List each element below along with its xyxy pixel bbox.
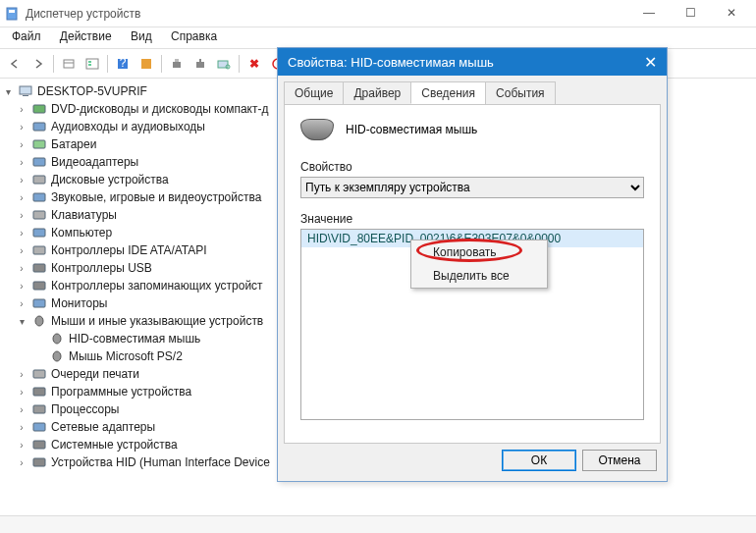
dialog-tabs: Общие Драйвер Сведения События [278, 76, 667, 104]
svg-rect-4 [86, 59, 98, 69]
svg-rect-1 [9, 10, 15, 13]
svg-rect-29 [33, 282, 45, 290]
svg-rect-25 [33, 211, 45, 219]
svg-rect-26 [33, 229, 45, 237]
dialog-titlebar: Свойства: HID-совместимая мышь ✕ [278, 48, 667, 76]
svg-rect-37 [33, 423, 45, 431]
svg-rect-21 [33, 140, 45, 148]
update-driver-button[interactable] [166, 53, 188, 75]
svg-rect-38 [33, 441, 45, 449]
device-category-icon [31, 120, 47, 133]
svg-rect-17 [20, 86, 31, 94]
status-bar [0, 515, 756, 533]
back-button[interactable] [4, 53, 26, 75]
svg-rect-18 [23, 95, 28, 96]
close-button[interactable]: ✕ [711, 0, 752, 27]
computer-icon [18, 84, 33, 98]
svg-rect-0 [7, 8, 17, 20]
dialog-close-button[interactable]: ✕ [644, 53, 657, 72]
svg-rect-30 [33, 299, 45, 307]
device-category-icon [31, 455, 47, 469]
svg-rect-5 [88, 61, 91, 63]
svg-rect-2 [64, 60, 74, 68]
context-copy[interactable]: Копировать [411, 240, 547, 264]
scan-button[interactable] [213, 53, 235, 75]
menu-bar: Файл Действие Вид Справка [0, 27, 756, 49]
dialog-title: Свойства: HID-совместимая мышь [288, 55, 644, 70]
properties-button[interactable] [81, 53, 103, 75]
svg-rect-36 [33, 405, 45, 413]
context-menu: Копировать Выделить все [410, 240, 548, 289]
svg-rect-13 [199, 59, 201, 62]
show-hidden-button[interactable] [58, 53, 80, 75]
svg-rect-35 [33, 388, 45, 396]
device-category-icon [31, 420, 47, 434]
menu-file[interactable]: Файл [4, 27, 49, 45]
svg-rect-23 [33, 176, 45, 184]
disable-button[interactable]: ✖ [243, 53, 265, 75]
svg-text:?: ? [120, 58, 127, 70]
device-category-icon [31, 279, 47, 293]
svg-rect-19 [33, 105, 45, 113]
svg-rect-39 [33, 458, 45, 466]
svg-rect-34 [33, 370, 45, 378]
svg-rect-10 [173, 62, 181, 68]
action-button[interactable] [135, 53, 157, 75]
device-category-icon [31, 261, 47, 275]
tab-driver[interactable]: Драйвер [343, 81, 411, 104]
svg-point-31 [35, 316, 43, 326]
help-button[interactable]: ? [112, 53, 134, 75]
svg-rect-22 [33, 158, 45, 166]
mouse-icon [300, 119, 334, 140]
mouse-icon [49, 349, 65, 363]
svg-rect-27 [33, 246, 45, 254]
svg-rect-20 [33, 123, 45, 131]
window-titlebar: Диспетчер устройств — ☐ ✕ [0, 0, 756, 27]
mouse-icon [31, 314, 47, 328]
device-category-icon [31, 226, 47, 240]
window-title: Диспетчер устройств [26, 7, 628, 21]
maximize-button[interactable]: ☐ [670, 0, 711, 27]
forward-button[interactable] [27, 53, 49, 75]
tab-details[interactable]: Сведения [410, 81, 486, 104]
tab-events[interactable]: События [485, 81, 556, 104]
device-category-icon [31, 173, 47, 187]
svg-rect-11 [175, 59, 179, 62]
svg-rect-28 [33, 264, 45, 272]
value-label: Значение [300, 212, 644, 226]
svg-point-32 [53, 334, 61, 344]
device-category-icon [31, 102, 47, 116]
svg-point-33 [53, 351, 61, 361]
cancel-button[interactable]: Отмена [582, 450, 657, 471]
device-category-icon [31, 137, 47, 151]
app-icon [4, 6, 20, 22]
device-category-icon [31, 438, 47, 452]
device-name: HID-совместимая мышь [346, 123, 477, 136]
tab-general[interactable]: Общие [284, 81, 344, 104]
svg-rect-9 [141, 59, 151, 69]
device-category-icon [31, 296, 47, 310]
device-category-icon [31, 385, 47, 399]
svg-rect-12 [196, 62, 204, 68]
device-category-icon [31, 367, 47, 381]
menu-help[interactable]: Справка [163, 27, 225, 45]
property-label: Свойство [300, 160, 644, 174]
mouse-icon [49, 332, 65, 346]
property-dropdown[interactable]: Путь к экземпляру устройства [300, 177, 644, 198]
device-category-icon [31, 402, 47, 416]
svg-rect-24 [33, 193, 45, 201]
device-category-icon [31, 243, 47, 257]
menu-view[interactable]: Вид [123, 27, 160, 45]
device-category-icon [31, 155, 47, 169]
context-select-all[interactable]: Выделить все [411, 264, 547, 288]
uninstall-button[interactable] [189, 53, 211, 75]
ok-button[interactable]: ОК [502, 450, 576, 471]
minimize-button[interactable]: — [628, 0, 670, 27]
menu-action[interactable]: Действие [52, 27, 120, 45]
device-category-icon [31, 190, 47, 204]
device-category-icon [31, 208, 47, 222]
svg-rect-6 [88, 64, 91, 66]
